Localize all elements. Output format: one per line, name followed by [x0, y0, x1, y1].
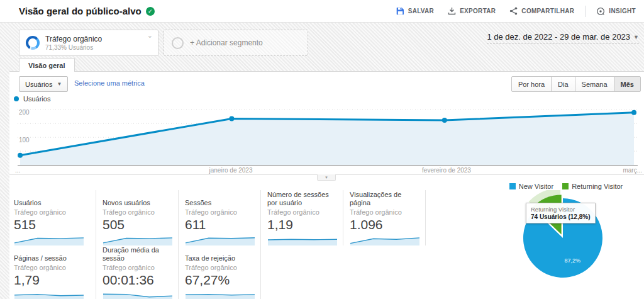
legend-square-icon [509, 183, 516, 189]
tab-visao-geral[interactable]: Visão geral [19, 58, 75, 72]
metric-card-title: Visualizações de página [350, 190, 419, 207]
collapse-chart-button[interactable]: ▼ [317, 174, 336, 181]
users-line-chart[interactable] [18, 107, 638, 166]
save-button-label: SALVAR [408, 8, 434, 14]
insight-button[interactable]: INSIGHT [591, 3, 641, 20]
x-axis-tick: març... [623, 167, 642, 174]
metric-card-value: 505 [103, 217, 172, 232]
metric-selector-label: Usuários [25, 81, 52, 88]
x-axis-tick: fevereiro de 2023 [406, 167, 487, 174]
chart-legend-label: Usuários [23, 95, 50, 103]
metric-card-title: Páginas / sessão [14, 245, 89, 262]
top-action-bar: Visão geral do público-alvo ✓ SALVAR EXP… [0, 0, 644, 23]
metric-card-title: Taxa de rejeição [185, 245, 254, 262]
metric-sparkline [185, 233, 255, 245]
chevron-down-icon[interactable]: ⌄ [147, 31, 153, 40]
page-title-wrap: Visão geral do público-alvo ✓ [0, 6, 155, 16]
toolbar-divider [585, 6, 586, 17]
metric-card-title: Novos usuários [103, 190, 172, 207]
metric-sparkline [185, 288, 255, 299]
granularity-mes-button[interactable]: Mês [614, 76, 641, 92]
metric-card-usuarios[interactable]: Usuários Tráfego orgânico 515 [14, 190, 96, 245]
metric-card-sessoes[interactable]: Sessões Tráfego orgânico 611 [185, 190, 261, 245]
share-button-label: COMPARTILHAR [521, 8, 574, 14]
pie-legend-new-visitor: New Visitor [509, 183, 553, 190]
metric-card-segment: Tráfego orgânico [14, 264, 89, 271]
caret-down-icon: ▼ [633, 34, 639, 40]
toolbar-actions: SALVAR EXPORTAR COMPARTILHAR INSIGHT [391, 3, 644, 20]
y-axis-tick: 100 [19, 137, 30, 144]
date-range-text: 1 de dez. de 2022 - 29 de mar. de 2023 [487, 32, 630, 42]
segment-name: Tráfego orgânico [45, 35, 102, 43]
metric-card-title: Usuários [14, 190, 89, 207]
metric-card-title: Duração média da sessão [103, 245, 172, 262]
granularity-por-hora-button[interactable]: Por hora [511, 76, 552, 92]
pie-tooltip-value: 74 Usuários (12,8%) [531, 213, 591, 220]
pie-legend-label: Returning Visitor [572, 183, 623, 190]
legend-dot-icon [14, 96, 19, 101]
pie-legend-label: New Visitor [519, 183, 553, 190]
metric-card-segment: Tráfego orgânico [350, 208, 419, 216]
metric-card-segment: Tráfego orgânico [14, 208, 89, 216]
metric-card-paginas-sessao[interactable]: Páginas / sessão Tráfego orgânico 1,79 [14, 245, 96, 299]
metric-card-segment: Tráfego orgânico [185, 264, 254, 271]
add-segment-label: + Adicionar segmento [190, 38, 263, 47]
audience-overview-page: Visão geral do público-alvo ✓ SALVAR EXP… [0, 0, 644, 299]
metric-card-taxa-rejeicao[interactable]: Taxa de rejeição Tráfego orgânico 67,27% [185, 245, 261, 299]
metric-card-segment: Tráfego orgânico [267, 208, 336, 216]
metric-sparkline [14, 288, 84, 299]
metric-sparkline [267, 233, 338, 245]
metric-cards-row-1: Usuários Tráfego orgânico 515 Novos usuá… [14, 190, 426, 245]
metric-card-value: 515 [14, 217, 89, 232]
date-range-selector[interactable]: 1 de dez. de 2022 - 29 de mar. de 2023 ▼ [487, 32, 639, 44]
metric-card-segment: Tráfego orgânico [185, 208, 254, 216]
granularity-semana-button[interactable]: Semana [575, 76, 614, 92]
metric-card-sessoes-por-usuario[interactable]: Número de sessões por usuário Tráfego or… [267, 190, 343, 245]
metric-card-value: 611 [185, 217, 254, 232]
x-axis-tick: ... [15, 167, 20, 174]
share-button[interactable]: COMPARTILHAR [504, 3, 580, 19]
segment-detail: 71,33% Usuários [45, 44, 102, 51]
segment-selected-card[interactable]: Tráfego orgânico 71,33% Usuários ⌄ [19, 30, 158, 56]
caret-down-icon: ▼ [57, 81, 62, 87]
metric-cards-row-2: Páginas / sessão Tráfego orgânico 1,79 D… [14, 245, 261, 299]
segment-donut-icon [26, 36, 40, 50]
y-axis-tick: 200 [19, 109, 30, 116]
metric-card-segment: Tráfego orgânico [103, 208, 172, 216]
chart-legend: Usuários [14, 95, 50, 103]
save-button[interactable]: SALVAR [391, 3, 440, 19]
svg-text:87,2%: 87,2% [565, 257, 581, 264]
insight-icon [596, 7, 605, 16]
legend-square-icon [562, 183, 569, 189]
granularity-dia-button[interactable]: Dia [551, 76, 575, 92]
metric-card-value: 00:01:36 [103, 272, 172, 288]
metric-card-visualizacoes[interactable]: Visualizações de página Tráfego orgânico… [350, 190, 426, 245]
metric-card-value: 1,79 [14, 272, 89, 288]
metric-selector-dropdown[interactable]: Usuários ▼ [19, 76, 68, 92]
metric-sparkline [103, 233, 173, 245]
insight-button-label: INSIGHT [609, 8, 636, 14]
metric-card-value: 1,19 [267, 217, 336, 232]
export-button[interactable]: EXPORTAR [442, 3, 501, 19]
pie-legend: New Visitor Returning Visitor [500, 183, 632, 190]
pie-tooltip: Returning Visitor 74 Usuários (12,8%) [526, 203, 596, 223]
add-segment-button[interactable]: + Adicionar segmento [164, 30, 308, 56]
pie-tooltip-title: Returning Visitor [531, 206, 591, 213]
segment-placeholder-icon [172, 37, 184, 49]
share-icon [509, 7, 518, 15]
save-icon [396, 7, 404, 15]
metric-card-segment: Tráfego orgânico [103, 264, 172, 271]
metric-card-duracao-media[interactable]: Duração média da sessão Tráfego orgânico… [103, 245, 179, 299]
metric-sparkline [103, 288, 173, 299]
metric-card-title: Sessões [185, 190, 254, 207]
metric-card-value: 67,27% [185, 272, 254, 288]
export-icon [448, 7, 456, 15]
select-metric-link[interactable]: Selecione uma métrica [74, 79, 145, 87]
verified-badge-icon: ✓ [146, 7, 155, 16]
metric-sparkline [350, 233, 420, 245]
metric-card-novos-usuarios[interactable]: Novos usuários Tráfego orgânico 505 [103, 190, 179, 245]
page-title: Visão geral do público-alvo [19, 6, 142, 16]
x-axis-tick: janeiro de 2023 [190, 167, 272, 174]
metric-card-title: Número de sessões por usuário [267, 190, 336, 207]
segment-text: Tráfego orgânico 71,33% Usuários [45, 35, 102, 51]
